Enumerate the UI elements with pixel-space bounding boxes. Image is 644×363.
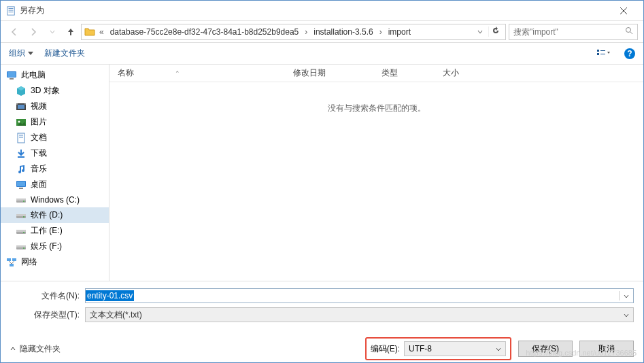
- refresh-button[interactable]: [488, 27, 503, 37]
- chevron-right-icon: ›: [378, 27, 384, 37]
- svg-point-30: [23, 201, 24, 202]
- image-icon: [16, 117, 27, 128]
- sidebar-network[interactable]: 网络: [1, 254, 109, 270]
- cancel-button[interactable]: 取消: [579, 341, 634, 357]
- forward-button[interactable]: [25, 24, 41, 40]
- svg-point-36: [23, 232, 24, 233]
- sidebar-item-label: 视频: [31, 101, 47, 112]
- sidebar-item[interactable]: 图片: [1, 114, 109, 130]
- sidebar-item[interactable]: 视频: [1, 99, 109, 114]
- recent-dropdown[interactable]: [44, 24, 61, 40]
- svg-rect-26: [17, 182, 25, 186]
- svg-rect-9: [600, 50, 605, 51]
- file-list: 没有与搜索条件匹配的项。: [109, 82, 643, 281]
- svg-rect-18: [24, 103, 26, 105]
- sidebar-item[interactable]: 文档: [1, 130, 109, 145]
- search-box[interactable]: [509, 24, 638, 40]
- close-button[interactable]: [609, 1, 638, 20]
- sidebar-item-label: 下载: [31, 148, 47, 159]
- breadcrumb-item[interactable]: import: [386, 27, 413, 37]
- sidebar-item-label: 桌面: [31, 179, 47, 190]
- column-date[interactable]: 修改日期: [285, 67, 373, 79]
- search-input[interactable]: [513, 27, 625, 37]
- breadcrumb-item[interactable]: database-75cc2e8e-df32-47c3-84a1-b8d252b…: [108, 27, 301, 37]
- breadcrumb-prefix: «: [98, 27, 105, 37]
- svg-rect-41: [12, 258, 16, 261]
- svg-rect-14: [10, 78, 14, 80]
- sidebar-item-label: 工作 (E:): [31, 225, 63, 237]
- svg-point-6: [626, 28, 631, 33]
- sidebar-item-label: 软件 (D:): [31, 209, 63, 221]
- svg-line-44: [12, 261, 14, 264]
- film-icon: [16, 101, 27, 112]
- sidebar-item-label: 娱乐 (F:): [31, 241, 62, 252]
- organize-label: 组织: [9, 48, 25, 59]
- column-size[interactable]: 大小: [435, 67, 489, 79]
- svg-rect-32: [16, 214, 26, 216]
- new-folder-label: 新建文件夹: [44, 48, 85, 59]
- hide-folders-button[interactable]: 隐藏文件夹: [10, 343, 61, 355]
- svg-point-39: [23, 247, 24, 249]
- sidebar-item[interactable]: 下载: [1, 145, 109, 161]
- download-icon: [16, 148, 27, 159]
- view-button[interactable]: [594, 48, 613, 60]
- sidebar-item-label: 音乐: [31, 163, 47, 175]
- filename-label: 文件名(N):: [10, 290, 85, 302]
- drive-icon: [16, 226, 27, 237]
- encoding-label: 编码(E):: [371, 343, 400, 355]
- drive-icon: [16, 241, 27, 252]
- network-icon: [6, 257, 17, 268]
- sidebar-item[interactable]: 软件 (D:): [1, 207, 109, 223]
- svg-rect-29: [16, 198, 26, 201]
- svg-rect-27: [19, 188, 23, 189]
- search-icon[interactable]: [625, 27, 633, 37]
- sort-indicator-icon: ⌃: [175, 70, 180, 77]
- sidebar-this-pc[interactable]: 此电脑: [1, 67, 109, 83]
- sidebar-item-label: Windows (C:): [31, 195, 80, 205]
- chevron-down-icon: [496, 344, 501, 353]
- save-button[interactable]: 保存(S): [518, 341, 573, 357]
- desktop-icon: [16, 179, 27, 190]
- pc-icon: [6, 70, 17, 81]
- svg-rect-16: [18, 105, 24, 109]
- sidebar-item-label: 文档: [31, 132, 47, 143]
- window-title: 另存为: [20, 5, 609, 16]
- column-name[interactable]: 名称 ⌃: [109, 67, 285, 79]
- chevron-up-icon: [10, 346, 16, 351]
- svg-rect-24: [18, 156, 24, 158]
- sidebar: 此电脑 3D 对象视频图片文档下载音乐桌面Windows (C:)软件 (D:)…: [1, 65, 109, 281]
- filetype-combo[interactable]: 文本文档(*.txt): [85, 307, 634, 322]
- sidebar-item[interactable]: 工作 (E:): [1, 223, 109, 239]
- column-type[interactable]: 类型: [373, 67, 435, 79]
- help-button[interactable]: ?: [624, 48, 635, 59]
- new-folder-button[interactable]: 新建文件夹: [44, 48, 85, 59]
- up-button[interactable]: [63, 24, 78, 39]
- address-bar[interactable]: « database-75cc2e8e-df32-47c3-84a1-b8d25…: [81, 24, 506, 40]
- sidebar-item[interactable]: 音乐: [1, 161, 109, 177]
- folder-icon: [84, 27, 95, 37]
- breadcrumb-item[interactable]: installation-3.5.6: [311, 27, 375, 37]
- sidebar-item[interactable]: Windows (C:): [1, 192, 109, 207]
- back-button[interactable]: [6, 24, 22, 40]
- filename-input[interactable]: entity-01.csv: [85, 288, 634, 303]
- encoding-highlight: 编码(E): UTF-8: [365, 337, 511, 360]
- column-headers: 名称 ⌃ 修改日期 类型 大小: [109, 65, 643, 82]
- sidebar-item[interactable]: 娱乐 (F:): [1, 239, 109, 254]
- address-dropdown[interactable]: [475, 27, 486, 37]
- svg-line-7: [630, 32, 632, 34]
- chevron-right-icon: ›: [303, 27, 309, 37]
- filetype-value: 文本文档(*.txt): [90, 309, 142, 321]
- filetype-label: 保存类型(T):: [10, 309, 85, 321]
- drive-icon: [16, 210, 27, 221]
- svg-rect-10: [597, 53, 599, 55]
- cube-icon: [16, 86, 27, 97]
- svg-line-43: [9, 261, 12, 264]
- sidebar-item[interactable]: 桌面: [1, 177, 109, 192]
- encoding-combo[interactable]: UTF-8: [404, 341, 506, 356]
- svg-rect-8: [597, 50, 599, 52]
- organize-button[interactable]: 组织: [9, 48, 33, 59]
- svg-point-33: [23, 216, 24, 218]
- filename-dropdown[interactable]: [619, 291, 633, 300]
- sidebar-item[interactable]: 3D 对象: [1, 83, 109, 99]
- svg-rect-17: [16, 103, 18, 105]
